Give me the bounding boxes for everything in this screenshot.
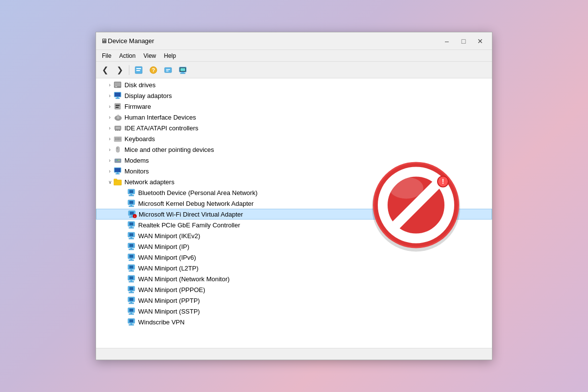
net-icon-wan-netmon — [127, 275, 136, 283]
menu-help[interactable]: Help — [160, 51, 180, 60]
toggle-hid[interactable]: › — [106, 113, 114, 121]
menu-view[interactable]: View — [140, 51, 160, 60]
tree-item-keyboards[interactable]: › Keyboards — [96, 133, 492, 144]
ide-icon-ide — [114, 124, 122, 132]
tree-item-network-adapters[interactable]: ∨ Network adapters — [96, 176, 492, 187]
svg-rect-92 — [129, 287, 133, 290]
toggle-ms-kernel-debug — [120, 199, 127, 207]
minimize-button[interactable]: – — [439, 34, 455, 48]
tree-item-wan-l2tp[interactable]: WAN Miniport (L2TP) — [96, 263, 492, 273]
display-icon-display-adaptors — [114, 92, 122, 99]
tree-item-mice[interactable]: › Mice and other pointing devices — [96, 144, 492, 155]
svg-rect-31 — [114, 137, 122, 142]
toggle-display-adaptors[interactable]: › — [106, 92, 114, 99]
svg-rect-9 — [181, 72, 184, 73]
tree-item-disk-drives[interactable]: › Disk drives — [96, 79, 492, 90]
tree-item-display-adaptors[interactable]: › Display adaptors — [96, 90, 492, 101]
tree-item-wan-ip[interactable]: WAN Miniport (IP) — [96, 241, 492, 252]
driver-update-button[interactable] — [161, 64, 175, 76]
toggle-ide[interactable]: › — [106, 124, 114, 132]
tree-item-wan-pppoe[interactable]: WAN Miniport (PPPOE) — [96, 284, 492, 295]
toggle-wan-pppoe — [120, 286, 127, 294]
tree-item-modems[interactable]: › Modems — [96, 155, 492, 166]
label-wan-sstp: WAN Miniport (SSTP) — [138, 308, 200, 315]
back-button[interactable]: ❮ — [98, 64, 112, 76]
svg-rect-60 — [129, 206, 134, 207]
label-hid: Human Interface Devices — [124, 114, 196, 121]
label-mice: Mice and other pointing devices — [124, 146, 214, 153]
properties-button[interactable] — [132, 64, 146, 76]
tree-item-ms-wifi-direct[interactable]: ! Microsoft Wi-Fi Direct Virtual Adapter — [96, 209, 492, 220]
tree-item-hid[interactable]: › Human Interface Devices — [96, 112, 492, 122]
tree-item-ide[interactable]: › IDE ATA/ATAPI controllers — [96, 122, 492, 133]
svg-rect-46 — [119, 160, 120, 161]
tree-item-wan-ikev2[interactable]: WAN Miniport (IKEv2) — [96, 230, 492, 241]
svg-rect-21 — [116, 105, 120, 106]
menu-file[interactable]: File — [98, 51, 115, 60]
tree-item-firmware[interactable]: › Firmware — [96, 101, 492, 112]
label-keyboards: Keyboards — [124, 135, 155, 143]
tree-item-monitors[interactable]: › Monitors — [96, 166, 492, 176]
net-icon-realtek — [127, 221, 136, 229]
toggle-monitors[interactable]: › — [106, 167, 114, 175]
tree-item-wan-pptp[interactable]: WAN Miniport (PPTP) — [96, 295, 492, 306]
tree-item-ms-kernel-debug[interactable]: Microsoft Kernel Debug Network Adapter — [96, 198, 492, 209]
label-wan-ipv6: WAN Miniport (IPv6) — [138, 254, 196, 261]
network-icon-network-adapters — [114, 178, 122, 186]
svg-rect-74 — [129, 238, 134, 239]
svg-rect-39 — [120, 139, 121, 140]
label-wan-l2tp: WAN Miniport (L2TP) — [138, 265, 198, 272]
tree-item-wan-ipv6[interactable]: WAN Miniport (IPv6) — [96, 252, 492, 263]
svg-rect-82 — [129, 260, 134, 261]
maximize-button[interactable]: □ — [456, 34, 471, 48]
tree-item-wan-netmon[interactable]: WAN Miniport (Network Monitor) — [96, 273, 492, 284]
label-wan-ip: WAN Miniport (IP) — [138, 243, 189, 250]
toggle-mice[interactable]: › — [106, 146, 114, 153]
monitor-button[interactable] — [176, 64, 190, 76]
tree-item-windscribe[interactable]: Windscribe VPN — [96, 317, 492, 327]
label-display-adaptors: Display adaptors — [124, 92, 172, 99]
svg-rect-5 — [165, 68, 172, 73]
svg-rect-33 — [117, 138, 118, 139]
title-bar: Device Manager – □ ✕ — [96, 32, 492, 50]
mouse-icon-mice — [114, 146, 122, 153]
tree-item-bluetooth[interactable]: Bluetooth Device (Personal Area Network) — [96, 187, 492, 198]
svg-rect-98 — [129, 303, 134, 304]
forward-button[interactable]: ❯ — [113, 64, 126, 76]
toggle-firmware[interactable]: › — [106, 102, 114, 110]
svg-rect-35 — [120, 138, 121, 139]
toggle-wan-netmon — [120, 275, 127, 283]
svg-rect-94 — [129, 292, 134, 293]
svg-rect-96 — [129, 298, 133, 301]
close-button[interactable]: ✕ — [472, 34, 488, 48]
svg-rect-62 — [130, 212, 134, 215]
svg-rect-104 — [129, 319, 133, 322]
tree-item-realtek[interactable]: Realtek PCIe GbE Family Controller — [96, 220, 492, 230]
label-network-adapters: Network adapters — [124, 178, 174, 186]
svg-rect-100 — [129, 309, 133, 312]
help-button[interactable]: ? — [147, 64, 160, 76]
net-icon-bluetooth — [127, 189, 136, 196]
toolbar: ❮ ❯ ? — [96, 62, 492, 78]
menu-action[interactable]: Action — [115, 51, 139, 60]
tree-item-wan-sstp[interactable]: WAN Miniport (SSTP) — [96, 306, 492, 317]
svg-rect-106 — [129, 324, 134, 325]
svg-rect-17 — [115, 93, 121, 97]
net-icon-ms-wifi-direct: ! — [128, 210, 137, 218]
label-realtek: Realtek PCIe GbE Family Controller — [138, 221, 240, 229]
toggle-wan-ipv6 — [120, 253, 127, 261]
toggle-disk-drives[interactable]: › — [106, 81, 114, 89]
svg-rect-6 — [166, 69, 170, 70]
toggle-keyboards[interactable]: › — [106, 135, 114, 143]
svg-rect-78 — [129, 249, 134, 250]
toggle-wan-pptp — [120, 296, 127, 304]
toggle-wan-l2tp — [120, 264, 127, 272]
label-firmware: Firmware — [124, 103, 151, 110]
toggle-network-adapters[interactable]: ∨ — [106, 178, 114, 186]
device-tree[interactable]: › Disk drives› Display adaptors› Firmwar… — [96, 78, 492, 348]
svg-rect-70 — [129, 227, 134, 228]
svg-rect-34 — [118, 138, 119, 139]
content-area: › Disk drives› Display adaptors› Firmwar… — [96, 78, 492, 348]
toggle-modems[interactable]: › — [106, 156, 114, 164]
svg-rect-19 — [116, 98, 120, 99]
